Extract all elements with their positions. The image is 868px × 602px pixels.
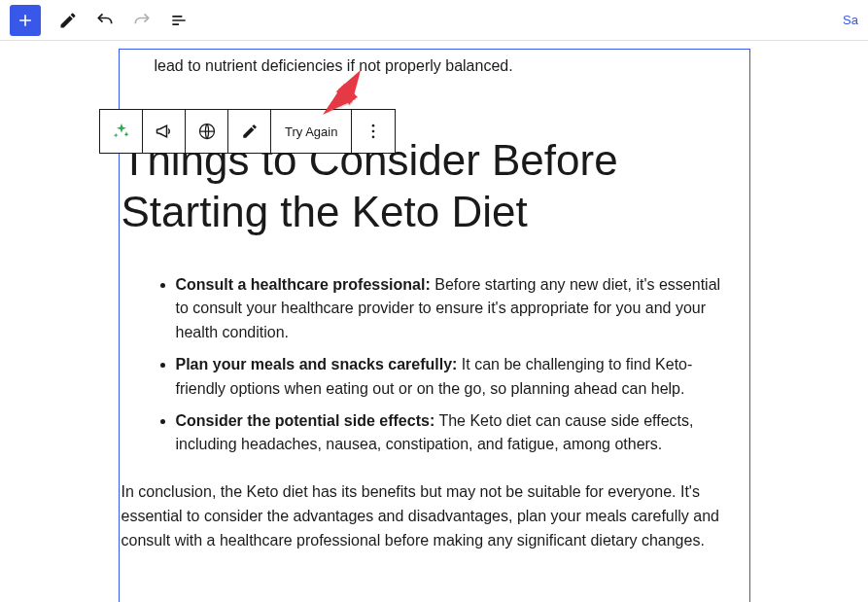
heading[interactable]: Things to Consider Before Starting the K… (120, 75, 749, 250)
more-options-button[interactable] (352, 110, 395, 153)
ai-sparkle-button[interactable] (100, 110, 143, 153)
redo-button (126, 5, 157, 36)
list-item[interactable]: Consider the potential side effects: The… (176, 409, 732, 458)
language-button[interactable] (186, 110, 228, 153)
outline-icon (169, 11, 189, 30)
list-item-bold: Consider the potential side effects: (176, 412, 435, 429)
editor-canvas: Try Again lead to nutrient deficiencies … (0, 41, 868, 602)
list-item[interactable]: Consult a healthcare professional: Befor… (176, 273, 732, 345)
block-toolbar: Try Again (99, 109, 396, 154)
sparkle-icon (112, 122, 131, 141)
text-fragment: lead to nutrient deficiencies if not (155, 57, 385, 74)
conclusion-paragraph[interactable]: In conclusion, the Keto diet has its ben… (120, 465, 749, 552)
pencil-icon (58, 11, 78, 30)
more-vertical-icon (364, 122, 383, 141)
megaphone-icon (155, 122, 174, 141)
svg-point-7 (372, 136, 375, 139)
announce-button[interactable] (143, 110, 186, 153)
edit-button[interactable] (228, 110, 271, 153)
text-fragment: properly balanced. (385, 57, 513, 74)
list-item-bold: Consult a healthcare professional: (176, 276, 431, 293)
undo-button[interactable] (89, 5, 121, 36)
list-item-bold: Plan your meals and snacks carefully: (176, 356, 458, 372)
save-draft-link[interactable]: Sa (843, 13, 858, 27)
pencil-icon (241, 123, 259, 140)
try-again-button[interactable]: Try Again (271, 110, 352, 153)
list-item[interactable]: Plan your meals and snacks carefully: It… (176, 353, 732, 402)
svg-point-5 (372, 124, 375, 127)
edit-mode-button[interactable] (52, 5, 84, 36)
top-toolbar: Sa (0, 0, 868, 41)
previous-paragraph-fragment: lead to nutrient deficiencies if not pro… (120, 50, 749, 75)
document-overview-button[interactable] (163, 5, 194, 36)
svg-point-6 (372, 130, 375, 133)
undo-icon (95, 11, 115, 30)
add-block-button[interactable] (10, 5, 41, 36)
bullet-list[interactable]: Consult a healthcare professional: Befor… (120, 250, 749, 458)
redo-icon (132, 11, 152, 30)
plus-icon (16, 11, 35, 30)
globe-icon (197, 122, 217, 141)
